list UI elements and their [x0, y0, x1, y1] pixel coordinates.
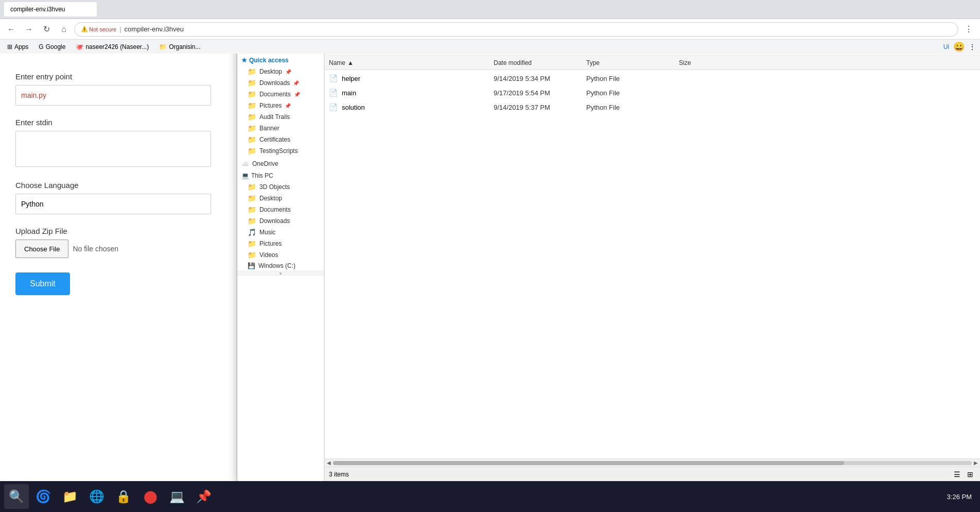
entry-point-section: Enter entry point [15, 72, 221, 106]
file-input-wrapper: Choose File No file chosen [15, 240, 221, 258]
sort-arrow-icon: ▲ [347, 59, 354, 66]
ui-extension-icon[interactable]: Ui [943, 43, 949, 50]
apps-grid-icon: ⊞ [7, 43, 12, 50]
language-select[interactable]: Python JavaScript Java C++ [15, 194, 211, 214]
folder-icon: 📁 [248, 113, 256, 121]
computer-icon: 💻 [241, 172, 249, 179]
page-content: Enter entry point Enter stdin Choose Lan… [0, 52, 237, 481]
language-label: Choose Language [15, 181, 221, 190]
bookmark-organising[interactable]: 📁 Organisin... [156, 42, 203, 52]
reload-button[interactable]: ↻ [39, 22, 54, 37]
home-button[interactable]: ⌂ [57, 22, 71, 37]
h-scroll-track [333, 461, 972, 465]
file-row-solution[interactable]: 📄 solution 9/14/2019 5:37 PM Python File [325, 100, 980, 114]
sidebar-item-downloads[interactable]: 📁 Downloads [237, 215, 324, 227]
taskbar-clock: 3:26 PM [947, 493, 972, 501]
menu-button[interactable]: ⋮ [969, 43, 976, 51]
taskbar-pc[interactable]: 💻 [165, 484, 189, 509]
extensions-button[interactable]: ⋮ [961, 22, 976, 37]
bookmark-github[interactable]: 🐙 naseer2426 (Naseer...) [73, 42, 152, 52]
this-pc-header[interactable]: 💻 This PC [237, 169, 324, 181]
quick-access-header[interactable]: ★ Quick access [237, 54, 324, 66]
pin-icon: 📌 [294, 92, 300, 97]
file-row-main[interactable]: 📄 main 9/17/2019 5:54 PM Python File [325, 86, 980, 100]
scroll-left-button[interactable]: ◀ [327, 460, 331, 466]
sidebar-item-onedrive[interactable]: ☁️ OneDrive [237, 159, 324, 169]
folder-icon: 📁 [248, 101, 256, 110]
folder-bookmark-icon: 📁 [159, 43, 167, 50]
explorer-window: 📁 ⬛ ✅ myCode — □ ✕ File Home Share View … [237, 0, 980, 481]
folder-icon: 📁 [248, 194, 256, 202]
sidebar-item-desktop[interactable]: 📁 Desktop [237, 193, 324, 204]
stdin-label: Enter stdin [15, 118, 221, 127]
bookmark-google[interactable]: G Google [36, 42, 68, 52]
address-text: compiler-env.i3hveu [125, 25, 184, 33]
github-icon: 🐙 [76, 43, 83, 50]
file-date-solution: 9/14/2019 5:37 PM [494, 104, 586, 111]
folder-icon: 📁 [248, 183, 256, 191]
col-type-header[interactable]: Type [586, 59, 679, 66]
folder-icon: 📁 [248, 135, 256, 144]
google-icon: G [39, 43, 43, 50]
horizontal-scrollbar[interactable]: ◀ ▶ [325, 458, 980, 467]
large-icons-view-button[interactable]: ⊞ [965, 469, 976, 480]
file-type-solution: Python File [586, 104, 679, 111]
sidebar-item-3dobjects[interactable]: 📁 3D Objects [237, 181, 324, 193]
details-view-button[interactable]: ☰ [951, 469, 962, 480]
sidebar-item-pictures-pinned[interactable]: 📁 Pictures 📌 [237, 100, 324, 111]
sidebar-item-documents[interactable]: 📁 Documents [237, 204, 324, 215]
sidebar-item-documents-pinned[interactable]: 📁 Documents 📌 [237, 89, 324, 100]
user-avatar[interactable]: 😀 [953, 41, 965, 53]
file-date-main: 9/17/2019 5:54 PM [494, 89, 586, 97]
sidebar-item-audit-trails[interactable]: 📁 Audit Trails [237, 111, 324, 123]
choose-file-button[interactable]: Choose File [15, 240, 68, 258]
sidebar-item-downloads-pinned[interactable]: 📁 Downloads 📌 [237, 77, 324, 89]
folder-icon: 📁 [248, 67, 256, 76]
col-size-header[interactable]: Size [679, 59, 976, 66]
address-bar[interactable]: ⚠️ Not secure | compiler-env.i3hveu [74, 22, 958, 37]
taskbar-lock[interactable]: 🔒 [111, 484, 136, 509]
browser-tab[interactable]: compiler-env.i3hveu [4, 2, 97, 16]
taskbar-cortana[interactable]: 🌀 [31, 484, 56, 509]
view-controls: ☰ ⊞ [951, 469, 976, 480]
submit-button[interactable]: Submit [15, 272, 70, 295]
sidebar-item-testing-scripts[interactable]: 📁 TestingScripts [237, 145, 324, 157]
taskbar-chrome[interactable]: 🌐 [84, 484, 109, 509]
nav-bar: ← → ↻ ⌂ ⚠️ Not secure | compiler-env.i3h… [0, 19, 980, 39]
clock-time: 3:26 PM [947, 493, 972, 501]
sidebar-item-certificates[interactable]: 📁 Certificates [237, 134, 324, 145]
col-name-header[interactable]: Name ▲ [329, 59, 494, 66]
back-button[interactable]: ← [4, 22, 19, 37]
sidebar-item-windows-c[interactable]: 💾 Windows (C:) [237, 261, 324, 271]
folder-icon: 📁 [248, 251, 256, 259]
taskbar-red[interactable]: ⬤ [138, 484, 163, 509]
scroll-right-button[interactable]: ▶ [974, 460, 978, 466]
folder-icon: 📁 [248, 124, 256, 132]
entry-point-input[interactable] [15, 85, 211, 106]
bookmark-apps[interactable]: ⊞ Apps [4, 42, 31, 52]
sidebar-item-pictures[interactable]: 📁 Pictures [237, 238, 324, 249]
col-date-header[interactable]: Date modified [494, 59, 586, 66]
security-badge: ⚠️ Not secure [81, 26, 116, 32]
bookmarks-bar: ⊞ Apps G Google 🐙 naseer2426 (Naseer...)… [0, 39, 980, 54]
stdin-textarea[interactable] [15, 131, 211, 167]
file-row-helper[interactable]: 📄 helper 9/14/2019 5:34 PM Python File [325, 71, 980, 86]
pin-icon: 📌 [285, 69, 291, 75]
folder-icon: 📁 [248, 79, 256, 87]
taskbar-pin[interactable]: 📌 [191, 484, 216, 509]
sidebar-item-desktop-pinned[interactable]: 📁 Desktop 📌 [237, 66, 324, 77]
folder-icon: 📁 [248, 147, 256, 155]
sidebar-item-music[interactable]: 🎵 Music [237, 227, 324, 238]
python-file-icon: 📄 [329, 103, 338, 111]
sidebar-item-videos[interactable]: 📁 Videos [237, 249, 324, 261]
explorer-status-bar: 3 items ☰ ⊞ [325, 467, 980, 481]
taskbar-search[interactable]: 🔍 [4, 484, 29, 509]
sidebar-item-banner[interactable]: 📁 Banner [237, 123, 324, 134]
language-section: Choose Language Python JavaScript Java C… [15, 181, 221, 214]
file-date-helper: 9/14/2019 5:34 PM [494, 75, 586, 82]
taskbar: 🔍 🌀 📁 🌐 🔒 ⬤ 💻 📌 3:26 PM [0, 481, 980, 512]
taskbar-file-explorer[interactable]: 📁 [58, 484, 82, 509]
forward-button[interactable]: → [22, 22, 36, 37]
status-count: 3 items [329, 471, 349, 478]
drive-icon: 💾 [248, 262, 255, 269]
